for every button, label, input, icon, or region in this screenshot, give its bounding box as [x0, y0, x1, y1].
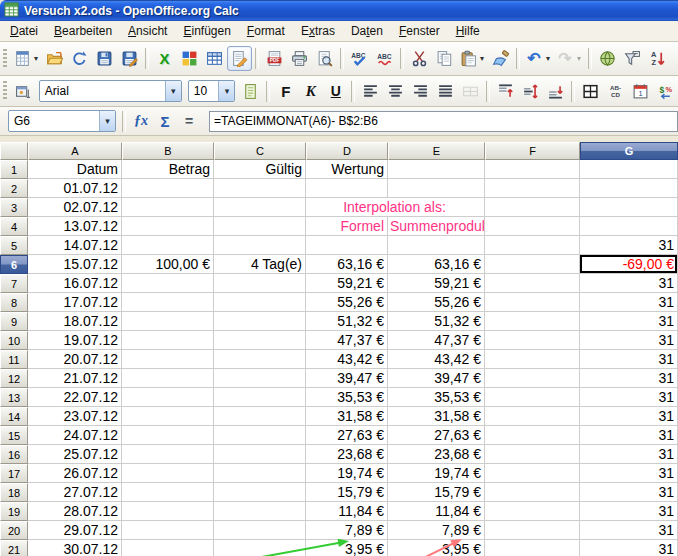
row-header-12[interactable]: 12: [0, 369, 28, 388]
cell-G14[interactable]: 31: [580, 407, 678, 426]
cell-A1[interactable]: Datum: [28, 160, 122, 179]
cell-G18[interactable]: 31: [580, 483, 678, 502]
cell-B12[interactable]: [122, 369, 214, 388]
print-button[interactable]: [287, 46, 312, 71]
cell-A7[interactable]: 16.07.12: [28, 274, 122, 293]
cell-B11[interactable]: [122, 350, 214, 369]
cell-E1[interactable]: [388, 160, 485, 179]
cell-G10[interactable]: 31: [580, 331, 678, 350]
cell-B3[interactable]: [122, 198, 214, 217]
cell-F20[interactable]: [485, 521, 580, 540]
cell-F6[interactable]: [485, 255, 580, 274]
font-size-dropdown-icon[interactable]: ▾: [218, 81, 234, 101]
cell-G17[interactable]: 31: [580, 464, 678, 483]
autofilter-button[interactable]: [620, 46, 645, 71]
cell-B8[interactable]: [122, 293, 214, 312]
cell-D12[interactable]: 39,47 €: [306, 369, 388, 388]
toolbar-grip[interactable]: [3, 49, 7, 69]
cell-F17[interactable]: [485, 464, 580, 483]
cell-E5[interactable]: [388, 236, 485, 255]
column-header-B[interactable]: B: [122, 142, 214, 160]
cell-D17[interactable]: 19,74 €: [306, 464, 388, 483]
save-button[interactable]: [92, 46, 117, 71]
row-header-4[interactable]: 4: [0, 217, 28, 236]
cell-C13[interactable]: [214, 388, 306, 407]
cell-A16[interactable]: 25.07.12: [28, 445, 122, 464]
cell-G19[interactable]: 31: [580, 502, 678, 521]
save-as-button[interactable]: [117, 46, 142, 71]
menu-format[interactable]: Format: [239, 22, 293, 40]
cell-E12[interactable]: 39,47 €: [388, 369, 485, 388]
cell-C8[interactable]: [214, 293, 306, 312]
undo-dropdown-icon[interactable]: ▾: [544, 54, 552, 63]
menu-hilfe[interactable]: Hilfe: [448, 22, 488, 40]
menu-einfügen[interactable]: Einfügen: [175, 22, 238, 40]
cell-A13[interactable]: 22.07.12: [28, 388, 122, 407]
align-center-button[interactable]: [383, 79, 408, 104]
row-header-7[interactable]: 7: [0, 274, 28, 293]
cell-C5[interactable]: [214, 236, 306, 255]
cell-A18[interactable]: 27.07.12: [28, 483, 122, 502]
cell-A11[interactable]: 20.07.12: [28, 350, 122, 369]
cell-D10[interactable]: 47,37 €: [306, 331, 388, 350]
row-header-19[interactable]: 19: [0, 502, 28, 521]
cell-F10[interactable]: [485, 331, 580, 350]
gallery-button[interactable]: [177, 46, 202, 71]
cell-D3[interactable]: Interpolation als:: [306, 198, 485, 217]
cell-D2[interactable]: [306, 179, 388, 198]
font-size-combo[interactable]: 10▾: [188, 80, 236, 102]
menu-daten[interactable]: Daten: [343, 22, 391, 40]
cell-C3[interactable]: [214, 198, 306, 217]
auto-spellcheck-button[interactable]: ABC: [372, 46, 397, 71]
cell-G11[interactable]: 31: [580, 350, 678, 369]
cell-E14[interactable]: 31,58 €: [388, 407, 485, 426]
cell-D7[interactable]: 59,21 €: [306, 274, 388, 293]
cell-G21[interactable]: 31: [580, 540, 678, 556]
hyperlink-button[interactable]: [595, 46, 620, 71]
copy-button[interactable]: [432, 46, 457, 71]
cell-C19[interactable]: [214, 502, 306, 521]
cell-A8[interactable]: 17.07.12: [28, 293, 122, 312]
number-format-date-button[interactable]: 1: [628, 79, 653, 104]
cell-E20[interactable]: 7,89 €: [388, 521, 485, 540]
cell-G7[interactable]: 31: [580, 274, 678, 293]
cell-G3[interactable]: [580, 198, 678, 217]
cell-D15[interactable]: 27,63 €: [306, 426, 388, 445]
cell-G15[interactable]: 31: [580, 426, 678, 445]
cell-A6[interactable]: 15.07.12: [28, 255, 122, 274]
column-header-F[interactable]: F: [485, 142, 580, 160]
cell-E7[interactable]: 59,21 €: [388, 274, 485, 293]
cell-E8[interactable]: 55,26 €: [388, 293, 485, 312]
cell-C11[interactable]: [214, 350, 306, 369]
cell-F1[interactable]: [485, 160, 580, 179]
spellcheck-button[interactable]: ABC: [347, 46, 372, 71]
cell-F3[interactable]: [485, 198, 580, 217]
cell-F21[interactable]: [485, 540, 580, 556]
menu-bearbeiten[interactable]: Bearbeiten: [46, 22, 120, 40]
menu-extras[interactable]: Extras: [293, 22, 343, 40]
menu-datei[interactable]: Datei: [2, 22, 46, 40]
name-box-dropdown-icon[interactable]: ▾: [99, 111, 115, 131]
align-right-button[interactable]: [408, 79, 433, 104]
row-header-15[interactable]: 15: [0, 426, 28, 445]
cell-E17[interactable]: 19,74 €: [388, 464, 485, 483]
new-spreadsheet-button[interactable]: ▾: [11, 46, 42, 71]
cell-E15[interactable]: 27,63 €: [388, 426, 485, 445]
cell-G20[interactable]: 31: [580, 521, 678, 540]
open-document-button[interactable]: [42, 46, 67, 71]
cell-F12[interactable]: [485, 369, 580, 388]
column-header-G[interactable]: G: [580, 142, 678, 160]
font-name-dropdown-icon[interactable]: ▾: [165, 81, 181, 101]
cell-A20[interactable]: 29.07.12: [28, 521, 122, 540]
borders-button[interactable]: [578, 79, 603, 104]
cell-B7[interactable]: [122, 274, 214, 293]
align-center-vertical-button[interactable]: [518, 79, 543, 104]
row-header-20[interactable]: 20: [0, 521, 28, 540]
cell-D5[interactable]: [306, 236, 388, 255]
cell-D21[interactable]: 3,95 €: [306, 540, 388, 556]
equals-button[interactable]: =: [177, 110, 201, 133]
cell-B18[interactable]: [122, 483, 214, 502]
cell-B9[interactable]: [122, 312, 214, 331]
cell-C18[interactable]: [214, 483, 306, 502]
row-header-6[interactable]: 6: [0, 255, 28, 274]
